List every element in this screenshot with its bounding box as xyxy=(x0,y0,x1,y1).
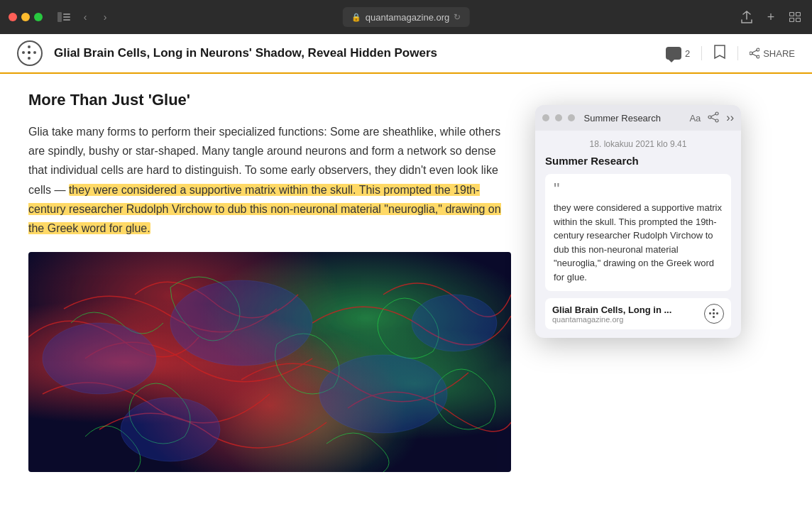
svg-rect-0 xyxy=(57,12,62,22)
header-divider-2 xyxy=(737,46,738,60)
share-button[interactable]: SHARE xyxy=(750,48,795,59)
notes-body: 18. lokakuu 2021 klo 9.41 Summer Researc… xyxy=(535,131,741,338)
browser-actions: + xyxy=(738,9,803,26)
lock-icon: 🔒 xyxy=(351,13,361,22)
neural-lines-svg xyxy=(28,252,511,472)
svg-point-19 xyxy=(708,116,711,119)
article-body: Glia take many forms to perform their sp… xyxy=(28,122,511,238)
comments-button[interactable]: 2 xyxy=(666,47,690,60)
svg-rect-3 xyxy=(63,19,70,21)
svg-point-10 xyxy=(757,55,759,58)
url-text: quantamagazine.org xyxy=(366,12,450,23)
svg-rect-5 xyxy=(796,13,801,16)
notes-toolbar: Aa ›› xyxy=(689,111,734,125)
svg-point-9 xyxy=(750,52,752,55)
svg-point-17 xyxy=(412,295,497,351)
svg-line-22 xyxy=(711,114,715,116)
svg-point-8 xyxy=(757,48,759,51)
svg-point-13 xyxy=(43,323,156,394)
notes-popup: Summer Research Aa ›› 18. lokakuu 2021 k… xyxy=(535,105,741,338)
header-divider-1 xyxy=(701,46,702,60)
reload-icon[interactable]: ↻ xyxy=(454,12,461,22)
svg-rect-2 xyxy=(63,16,70,18)
notes-close-button[interactable] xyxy=(542,114,549,121)
comment-bubble-icon xyxy=(666,47,681,60)
browser-chrome: ‹ › 🔒 quantamagazine.org ↻ + xyxy=(0,0,812,34)
source-url: quantamagazine.org xyxy=(552,315,697,324)
sidebar-toggle-button[interactable] xyxy=(54,10,74,24)
svg-point-15 xyxy=(319,355,447,433)
notes-window-title: Summer Research xyxy=(561,113,684,124)
article-title: Glial Brain Cells, Long in Neurons' Shad… xyxy=(54,46,666,60)
svg-line-12 xyxy=(752,50,757,53)
quote-mark-icon: " xyxy=(554,181,723,198)
notes-share-icon[interactable] xyxy=(708,111,719,125)
notes-source-card[interactable]: Glial Brain Cells, Long in ... quantamag… xyxy=(545,298,731,329)
tab-overview-button[interactable] xyxy=(786,9,803,26)
svg-line-11 xyxy=(752,54,757,56)
svg-rect-4 xyxy=(790,13,794,16)
svg-point-16 xyxy=(121,397,220,461)
svg-rect-6 xyxy=(790,18,794,22)
article-main: More Than Just 'Glue' Glia take many for… xyxy=(0,74,539,521)
svg-rect-7 xyxy=(796,18,801,22)
comment-count: 2 xyxy=(685,48,690,59)
close-button[interactable] xyxy=(9,13,17,21)
address-bar[interactable]: 🔒 quantamagazine.org ↻ xyxy=(343,7,470,27)
maximize-button[interactable] xyxy=(34,13,43,21)
highlighted-text: they were considered a supportive matrix… xyxy=(28,184,501,234)
notes-quote-card: " they were considered a supportive matr… xyxy=(545,174,731,291)
source-logo xyxy=(704,304,724,324)
svg-point-18 xyxy=(715,112,718,115)
image-overlay xyxy=(28,252,511,472)
bookmark-button[interactable] xyxy=(713,44,726,63)
share-page-button[interactable] xyxy=(738,9,755,26)
svg-rect-1 xyxy=(63,13,70,15)
forward-button[interactable]: › xyxy=(97,9,114,26)
article-image xyxy=(28,252,511,472)
quote-text: they were considered a supportive matrix… xyxy=(554,201,723,284)
quanta-logo xyxy=(17,40,43,66)
notes-titlebar: Summer Research Aa ›› xyxy=(535,105,741,131)
notes-font-button[interactable]: Aa xyxy=(689,113,701,124)
section-title: More Than Just 'Glue' xyxy=(28,91,511,109)
source-title: Glial Brain Cells, Long in ... xyxy=(552,305,697,315)
svg-line-21 xyxy=(711,118,715,120)
notes-date: 18. lokakuu 2021 klo 9.41 xyxy=(545,139,731,149)
article-header: Glial Brain Cells, Long in Neurons' Shad… xyxy=(0,34,812,74)
share-label: SHARE xyxy=(763,48,795,59)
notes-more-button[interactable]: ›› xyxy=(726,111,734,124)
source-text-area: Glial Brain Cells, Long in ... quantamag… xyxy=(552,305,697,324)
notes-note-title: Summer Research xyxy=(545,155,731,167)
browser-controls: ‹ › xyxy=(54,9,114,26)
svg-point-20 xyxy=(715,119,718,122)
svg-point-14 xyxy=(170,280,312,366)
minimize-button[interactable] xyxy=(21,13,30,21)
traffic-lights xyxy=(9,13,43,21)
new-tab-button[interactable]: + xyxy=(762,9,779,26)
back-button[interactable]: ‹ xyxy=(77,9,94,26)
header-actions: 2 SHARE xyxy=(666,44,795,63)
